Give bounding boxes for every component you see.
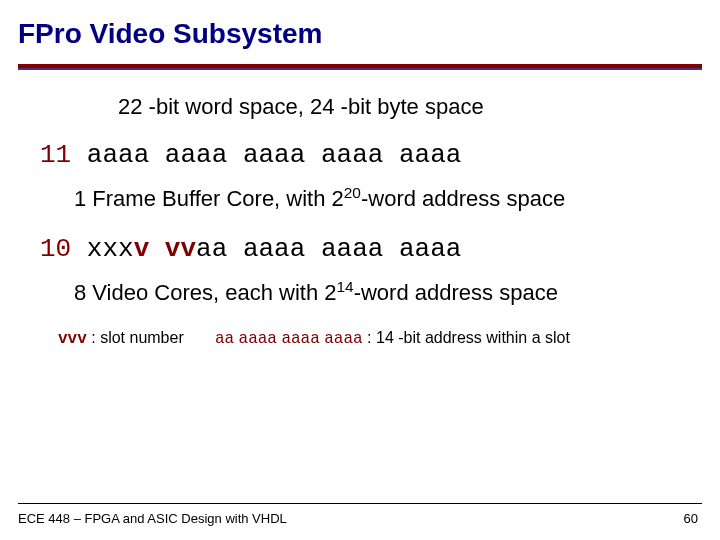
legend-vvv: vvv [58, 330, 87, 348]
row2-g1b: v [134, 234, 150, 264]
legend-aa-2: aaaa [281, 330, 319, 348]
row2-g2b: aa [196, 234, 227, 264]
row2-g2a: vv [165, 234, 196, 264]
row1-g0: aaaa [87, 140, 149, 170]
slide-content: 22 -bit word space, 24 -bit byte space 1… [0, 70, 720, 348]
row1-g3: aaaa [321, 140, 383, 170]
desc1-post: -word address space [361, 186, 565, 211]
address-row-2: 10 xxxv vvaa aaaa aaaa aaaa [40, 234, 680, 264]
row1-g1: aaaa [165, 140, 227, 170]
row2-g1: xxxv [87, 234, 149, 264]
page-number: 60 [684, 511, 698, 526]
desc-1: 1 Frame Buffer Core, with 220-word addre… [74, 184, 680, 212]
address-row-1: 11 aaaa aaaa aaaa aaaa aaaa [40, 140, 680, 170]
desc2-pre: 8 Video Cores, each with 2 [74, 281, 337, 306]
slide-title: FPro Video Subsystem [0, 0, 720, 50]
legend-vvv-desc: : slot number [87, 329, 184, 346]
row2-g3: aaaa [243, 234, 305, 264]
footer-text: ECE 448 – FPGA and ASIC Design with VHDL [18, 511, 287, 526]
desc1-exp: 20 [344, 184, 361, 201]
row1-g4: aaaa [399, 140, 461, 170]
row2-g4: aaaa [321, 234, 383, 264]
legend-aa-0: aa [215, 330, 234, 348]
legend: vvv : slot number aa aaaa aaaa aaaa : 14… [58, 329, 680, 348]
footer-rule [18, 503, 702, 504]
row2-g5: aaaa [399, 234, 461, 264]
title-rule [18, 64, 702, 70]
row1-prefix: 11 [40, 140, 71, 170]
row2-prefix: 10 [40, 234, 71, 264]
row2-g1a: xxx [87, 234, 134, 264]
heading-line: 22 -bit word space, 24 -bit byte space [118, 94, 680, 120]
row2-g2: vvaa [165, 234, 227, 264]
legend-aa-3: aaaa [324, 330, 362, 348]
legend-aa-1: aaaa [239, 330, 277, 348]
desc-2: 8 Video Cores, each with 214-word addres… [74, 278, 680, 306]
row1-g2: aaaa [243, 140, 305, 170]
legend-aa-desc: : 14 -bit address within a slot [363, 329, 570, 346]
desc2-post: -word address space [354, 281, 558, 306]
desc1-pre: 1 Frame Buffer Core, with 2 [74, 186, 344, 211]
desc2-exp: 14 [337, 278, 354, 295]
